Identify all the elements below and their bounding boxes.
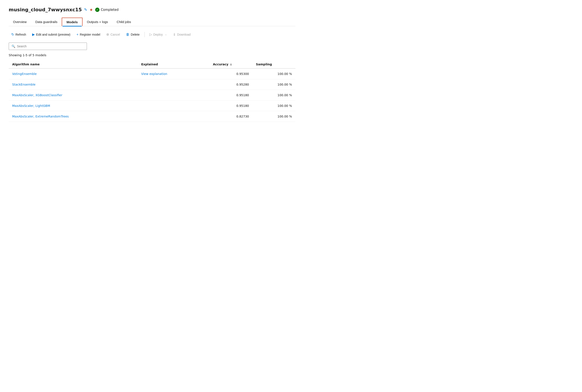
page-title: musing_cloud_7wwysnxc15 (9, 7, 82, 12)
favorite-icon[interactable]: ★ (90, 8, 93, 12)
accuracy-value: 0.95280 (209, 79, 252, 90)
view-explanation-link[interactable]: View explanation (141, 72, 167, 76)
table-row: StackEnsemble0.95280100.00 % (9, 79, 295, 90)
download-button[interactable]: ⇓ Download (170, 30, 193, 38)
tab-outputs-logs[interactable]: Outputs + logs (83, 18, 112, 26)
tab-models[interactable]: Models (62, 18, 83, 26)
models-table: Algorithm name Explained Accuracy ↓ Samp… (9, 60, 295, 122)
search-input-wrapper: 🔍 (9, 42, 87, 50)
status-label: Completed (101, 8, 119, 12)
search-input[interactable] (17, 44, 84, 48)
refresh-icon: ↻ (11, 32, 14, 36)
sampling-value: 100.00 % (252, 79, 295, 90)
delete-icon: 🗑 (126, 32, 130, 36)
table-row: MaxAbsScaler, XGBoostClassifier0.9518010… (9, 90, 295, 100)
accuracy-value: 0.95180 (209, 100, 252, 111)
col-header-accuracy[interactable]: Accuracy ↓ (209, 60, 252, 68)
tab-child-jobs[interactable]: Child jobs (112, 18, 135, 26)
algorithm-link[interactable]: VotingEnsemble (12, 72, 37, 76)
sampling-value: 100.00 % (252, 90, 295, 100)
algorithm-link[interactable]: MaxAbsScaler, LightGBM (12, 104, 50, 108)
search-icon: 🔍 (12, 44, 15, 48)
tabs-navigation: Overview Data guardrails Models Outputs … (9, 18, 295, 26)
col-header-algorithm: Algorithm name (9, 60, 138, 68)
edit-submit-button[interactable]: ▶ Edit and submit (preview) (30, 30, 73, 38)
accuracy-value: 0.82730 (209, 111, 252, 122)
play-circle-icon: ▶ (32, 32, 35, 36)
cancel-button[interactable]: ⊗ Cancel (104, 30, 123, 38)
download-icon: ⇓ (173, 32, 176, 36)
sampling-value: 100.00 % (252, 100, 295, 111)
algorithm-link[interactable]: MaxAbsScaler, XGBoostClassifier (12, 94, 62, 97)
table-row: MaxAbsScaler, LightGBM0.95180100.00 % (9, 100, 295, 111)
results-count: Showing 1-5 of 5 models (9, 54, 295, 57)
plus-icon: + (77, 32, 79, 36)
refresh-button[interactable]: ↻ Refresh (9, 30, 29, 38)
toolbar: ↻ Refresh ▶ Edit and submit (preview) + … (9, 30, 295, 38)
col-header-explained: Explained (138, 60, 209, 68)
chevron-down-icon: ⌄ (165, 33, 167, 36)
algorithm-link[interactable]: MaxAbsScaler, ExtremeRandomTrees (12, 115, 69, 118)
delete-button[interactable]: 🗑 Delete (123, 31, 142, 38)
tab-overview[interactable]: Overview (9, 18, 31, 26)
status-badge: ✓ Completed (95, 8, 119, 12)
search-container: 🔍 (9, 42, 295, 50)
col-header-sampling: Sampling (252, 60, 295, 68)
tab-data-guardrails[interactable]: Data guardrails (31, 18, 62, 26)
deploy-icon: ▷ (150, 32, 152, 36)
sampling-value: 100.00 % (252, 68, 295, 79)
table-header-row: Algorithm name Explained Accuracy ↓ Samp… (9, 60, 295, 68)
table-row: MaxAbsScaler, ExtremeRandomTrees0.827301… (9, 111, 295, 122)
algorithm-link[interactable]: StackEnsemble (12, 83, 36, 86)
sort-arrow-icon: ↓ (230, 63, 232, 66)
accuracy-value: 0.95180 (209, 90, 252, 100)
deploy-button[interactable]: ▷ Deploy ⌄ (147, 30, 170, 38)
cancel-icon: ⊗ (106, 32, 109, 36)
edit-icon[interactable]: ✎ (84, 8, 87, 12)
table-row: VotingEnsembleView explanation0.95300100… (9, 68, 295, 79)
register-model-button[interactable]: + Register model (74, 31, 103, 38)
accuracy-value: 0.95300 (209, 68, 252, 79)
sampling-value: 100.00 % (252, 111, 295, 122)
status-completed-icon: ✓ (95, 8, 100, 12)
